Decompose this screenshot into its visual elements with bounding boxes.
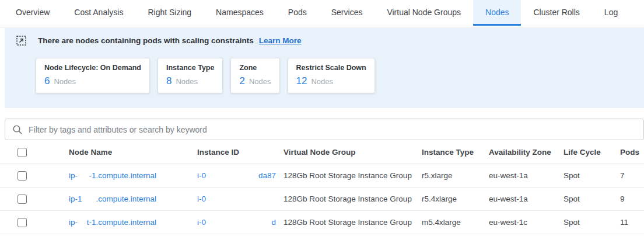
tab-cost-analysis[interactable]: Cost Analysis: [62, 0, 135, 26]
node-name-suffix: .compute.internal: [96, 195, 156, 203]
card-zone[interactable]: Zone 2 Nodes: [230, 58, 279, 93]
column-header-node-name[interactable]: Node Name: [69, 148, 197, 157]
card-value: 12: [296, 75, 307, 87]
scaling-constraint-icon: [16, 36, 26, 46]
node-name-link[interactable]: ip- -1.compute.internal: [69, 171, 156, 180]
node-name-prefix: ip-1: [69, 195, 82, 203]
availability-zone-cell: eu-west-1c: [489, 218, 564, 227]
pods-cell: 7: [620, 171, 644, 180]
card-title: Instance Type: [166, 64, 214, 72]
availability-zone-cell: eu-west-1a: [489, 195, 564, 203]
tab-namespaces[interactable]: Namespaces: [204, 0, 276, 26]
constraint-cards: Node Lifecycle: On Demand 6 Nodes Instan…: [36, 58, 637, 93]
node-name-suffix: t-1.compute.internal: [87, 218, 156, 227]
nodes-table: Node Name Instance ID Virtual Node Group…: [0, 141, 644, 234]
table-row: ip- -1.compute.internal i-0 da87 128Gb R…: [0, 164, 644, 188]
node-name-link[interactable]: ip- t-1.compute.internal: [69, 218, 156, 227]
card-value: 8: [166, 75, 172, 87]
virtual-node-group-cell: 128Gb Root Storage Instance Group: [284, 195, 422, 203]
instance-id-prefix: i-0: [197, 195, 206, 203]
life-cycle-cell: Spot: [564, 218, 620, 227]
search-input[interactable]: [29, 125, 636, 134]
column-header-instance-type[interactable]: Instance Type: [422, 148, 489, 157]
tab-bar: Overview Cost Analysis Right Sizing Name…: [0, 0, 644, 27]
tab-nodes[interactable]: Nodes: [473, 0, 521, 26]
tab-pods[interactable]: Pods: [276, 0, 319, 26]
card-value: 2: [239, 75, 244, 87]
search-icon: [12, 124, 23, 135]
learn-more-link[interactable]: Learn More: [259, 36, 302, 45]
instance-id-link[interactable]: i-0 da87: [197, 171, 276, 180]
column-header-instance-id[interactable]: Instance ID: [197, 148, 284, 157]
filter-bar: [5, 119, 644, 140]
pods-cell: 11: [620, 218, 644, 227]
instance-id-link[interactable]: i-0 d: [197, 218, 276, 227]
card-value: 6: [44, 75, 50, 87]
row-checkbox[interactable]: [18, 218, 27, 227]
card-instance-type[interactable]: Instance Type 8 Nodes: [158, 58, 223, 93]
pods-cell: 9: [620, 195, 644, 203]
select-all-checkbox[interactable]: [18, 148, 27, 157]
node-name-suffix: -1.compute.internal: [89, 171, 156, 180]
card-title: Node Lifecycle: On Demand: [44, 64, 141, 72]
node-name-prefix: ip-: [69, 171, 78, 180]
virtual-node-group-cell: 128Gb Root Storage Instance Group: [284, 171, 422, 180]
tab-virtual-node-groups[interactable]: Virtual Node Groups: [374, 0, 473, 26]
banner-message: There are nodes containing pods with sca…: [38, 36, 254, 45]
column-header-virtual-node-group[interactable]: Virtual Node Group: [284, 148, 422, 157]
instance-type-cell: m5.4xlarge: [422, 218, 489, 227]
column-header-life-cycle[interactable]: Life Cycle: [564, 148, 620, 157]
card-node-lifecycle[interactable]: Node Lifecycle: On Demand 6 Nodes: [36, 58, 150, 93]
table-header-row: Node Name Instance ID Virtual Node Group…: [0, 141, 644, 164]
card-title: Zone: [239, 64, 271, 72]
tab-cluster-rolls[interactable]: Cluster Rolls: [521, 0, 592, 26]
tab-log[interactable]: Log: [592, 0, 630, 26]
availability-zone-cell: eu-west-1a: [489, 171, 564, 180]
scaling-constraints-banner: There are nodes containing pods with sca…: [5, 28, 644, 108]
instance-id-suffix: d: [271, 218, 276, 227]
card-title: Restrict Scale Down: [296, 64, 366, 72]
node-name-prefix: ip-: [69, 218, 78, 227]
card-unit: Nodes: [249, 77, 271, 86]
life-cycle-cell: Spot: [564, 195, 620, 203]
node-name-link[interactable]: ip-1 .compute.internal: [69, 195, 156, 203]
instance-type-cell: r5.xlarge: [422, 171, 489, 180]
instance-id-suffix: da87: [258, 171, 276, 180]
table-row: ip-1 .compute.internal i-0 128Gb Root St…: [0, 188, 644, 211]
card-restrict-scale-down[interactable]: Restrict Scale Down 12 Nodes: [288, 58, 375, 93]
row-checkbox[interactable]: [18, 171, 27, 181]
table-row: ip- t-1.compute.internal i-0 d 128Gb Roo…: [0, 211, 644, 234]
instance-id-link[interactable]: i-0: [197, 195, 276, 203]
virtual-node-group-cell: 128Gb Root Storage Instance Group: [284, 218, 422, 227]
card-unit: Nodes: [311, 77, 333, 86]
instance-id-prefix: i-0: [197, 171, 206, 180]
tab-overview[interactable]: Overview: [4, 0, 62, 26]
card-unit: Nodes: [54, 77, 76, 86]
column-header-availability-zone[interactable]: Availability Zone: [489, 148, 564, 157]
life-cycle-cell: Spot: [564, 171, 620, 180]
card-unit: Nodes: [176, 77, 198, 86]
row-checkbox[interactable]: [18, 195, 27, 204]
tab-services[interactable]: Services: [319, 0, 375, 26]
tab-right-sizing[interactable]: Right Sizing: [135, 0, 204, 26]
column-header-pods[interactable]: Pods: [620, 148, 644, 157]
instance-id-prefix: i-0: [197, 218, 206, 227]
instance-type-cell: r5.4xlarge: [422, 195, 489, 203]
